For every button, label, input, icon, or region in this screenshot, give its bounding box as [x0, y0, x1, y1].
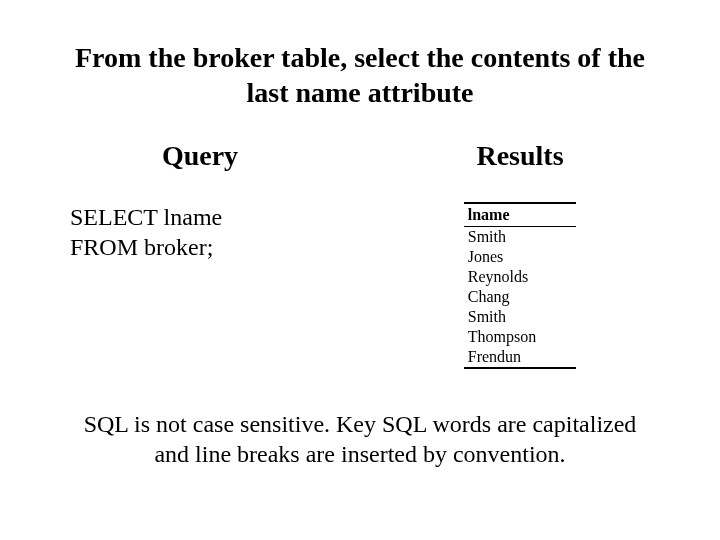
table-row: Chang — [464, 287, 576, 307]
table-row: Frendun — [464, 347, 576, 368]
table-row: Thompson — [464, 327, 576, 347]
table-row: Smith — [464, 227, 576, 248]
slide-title: From the broker table, select the conten… — [60, 40, 660, 110]
sql-query: SELECT lname FROM broker; — [70, 202, 340, 262]
query-column: Query SELECT lname FROM broker; — [60, 140, 340, 369]
results-header-cell: lname — [464, 203, 576, 227]
footnote: SQL is not case sensitive. Key SQL words… — [80, 409, 640, 469]
results-column: Results lname Smith Jones Reynolds Chang… — [380, 140, 660, 369]
sql-line-1: SELECT lname — [70, 202, 340, 232]
results-table: lname Smith Jones Reynolds Chang Smith T… — [464, 202, 576, 369]
results-heading: Results — [380, 140, 660, 172]
table-row: Smith — [464, 307, 576, 327]
query-heading: Query — [60, 140, 340, 172]
results-body: Smith Jones Reynolds Chang Smith Thompso… — [464, 227, 576, 369]
table-row: Jones — [464, 247, 576, 267]
table-row: Reynolds — [464, 267, 576, 287]
sql-line-2: FROM broker; — [70, 232, 340, 262]
